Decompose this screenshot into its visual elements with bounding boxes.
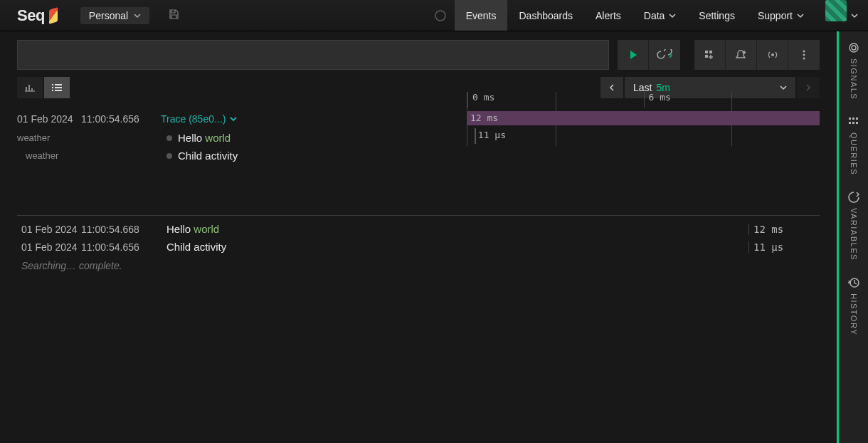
nav-dashboards[interactable]: Dashboards	[507, 0, 584, 31]
rail-signals[interactable]: SIGNALS	[847, 41, 860, 100]
span-message[interactable]: Child activity	[178, 150, 238, 162]
trace-title[interactable]: Trace (85e0...)	[161, 113, 237, 125]
chevron-down-icon	[797, 12, 804, 19]
gantt-tick: 0 ms	[467, 92, 494, 108]
chart-icon	[23, 83, 36, 93]
history-icon	[847, 276, 860, 289]
rail-history-label: HISTORY	[850, 293, 858, 335]
user-avatar[interactable]	[825, 0, 847, 21]
add-to-signal-button[interactable]	[694, 40, 726, 70]
trace-time: 11:00:54.656	[81, 113, 161, 125]
play-icon	[628, 49, 639, 61]
svg-point-4	[771, 53, 774, 56]
nav-settings-label: Settings	[699, 10, 735, 21]
auto-refresh-button[interactable]	[649, 40, 680, 70]
nav-data[interactable]: Data	[633, 0, 688, 31]
svg-rect-3	[705, 55, 708, 58]
event-row[interactable]: 01 Feb 2024 11:00:54.668 Hello world 12 …	[17, 220, 820, 238]
stream-icon	[766, 49, 779, 61]
logo-flag-icon	[49, 7, 58, 24]
span-duration: 12 ms	[470, 113, 498, 123]
save-icon	[168, 9, 179, 20]
chevron-down-icon	[780, 84, 787, 91]
svg-point-7	[803, 57, 805, 59]
svg-rect-19	[852, 118, 854, 120]
span-bar-child[interactable]	[475, 128, 476, 144]
event-time: 11:00:54.656	[81, 241, 166, 253]
rail-queries[interactable]: QUERIES	[847, 115, 860, 175]
svg-rect-1	[705, 51, 708, 53]
more-actions-button[interactable]	[788, 40, 820, 70]
nav-dashboards-label: Dashboards	[519, 10, 573, 21]
span-duration: 11 µs	[478, 130, 506, 140]
event-message: Hello world	[166, 223, 748, 235]
rail-variables[interactable]: VARIABLES	[847, 191, 860, 261]
gantt-tick: 6 ms	[644, 92, 671, 108]
search-status: Searching… complete.	[17, 256, 820, 271]
span-bullet-icon	[166, 135, 172, 141]
rail-signals-label: SIGNALS	[850, 58, 858, 100]
nav-support-label: Support	[758, 10, 793, 21]
nav-alerts[interactable]: Alerts	[584, 0, 633, 31]
chevron-down-icon	[851, 12, 858, 19]
svg-point-0	[435, 11, 445, 21]
event-duration: 12 ms	[748, 224, 820, 235]
save-workspace-button[interactable]	[164, 4, 184, 26]
nav-settings[interactable]: Settings	[687, 0, 746, 31]
next-icon	[805, 84, 812, 91]
trace-panel: 01 Feb 2024 11:00:54.656 Trace (85e0...)…	[17, 110, 837, 165]
rail-variables-label: VARIABLES	[850, 208, 858, 261]
nav-alerts-label: Alerts	[596, 10, 621, 21]
workspace-selector[interactable]: Personal	[80, 7, 149, 24]
event-date: 01 Feb 2024	[17, 224, 81, 235]
trace-title-text: Trace (85e0...)	[161, 113, 226, 125]
trace-gantt: 0 ms 6 ms 12 ms 11 µs	[467, 92, 820, 146]
span-message[interactable]: Hello world	[178, 132, 231, 144]
svg-rect-12	[55, 84, 62, 85]
chevron-down-icon	[134, 12, 141, 19]
chevron-down-icon	[230, 115, 237, 123]
more-icon	[803, 50, 805, 60]
span-bar-root[interactable]	[467, 111, 820, 125]
svg-rect-13	[52, 87, 53, 88]
svg-rect-10	[31, 88, 33, 91]
list-view-button[interactable]	[44, 77, 70, 98]
prev-icon	[608, 84, 615, 91]
top-nav: Seq Personal Events Dashboards Alerts Da…	[0, 0, 868, 31]
chevron-down-icon	[669, 12, 676, 19]
svg-point-6	[803, 53, 805, 56]
event-message: Child activity	[166, 241, 748, 253]
user-menu[interactable]	[851, 0, 868, 31]
svg-rect-21	[849, 122, 851, 124]
add-signal-icon	[704, 49, 716, 61]
app-name: Seq	[17, 6, 45, 25]
svg-rect-14	[55, 87, 62, 88]
stream-button[interactable]	[757, 40, 788, 70]
nav-support[interactable]: Support	[746, 0, 815, 31]
svg-rect-18	[849, 118, 851, 120]
rail-history[interactable]: HISTORY	[847, 276, 860, 335]
event-date: 01 Feb 2024	[17, 241, 81, 253]
search-toolbar	[17, 40, 837, 70]
span-bullet-icon	[166, 153, 172, 159]
nav-events[interactable]: Events	[455, 0, 508, 31]
query-input[interactable]	[17, 40, 609, 70]
svg-rect-15	[52, 90, 53, 91]
chart-view-button[interactable]	[17, 77, 43, 98]
svg-point-5	[803, 50, 805, 52]
trace-date: 01 Feb 2024	[17, 113, 81, 125]
event-row[interactable]: 01 Feb 2024 11:00:54.656 Child activity …	[17, 238, 820, 256]
event-list: 01 Feb 2024 11:00:54.668 Hello world 12 …	[17, 200, 837, 271]
nav-data-label: Data	[644, 10, 665, 21]
theme-toggle[interactable]	[426, 0, 455, 31]
signals-icon	[847, 41, 860, 54]
run-query-button[interactable]	[618, 40, 649, 70]
create-alert-button[interactable]	[726, 40, 757, 70]
app-logo[interactable]: Seq	[17, 6, 58, 25]
tail-icon	[657, 49, 672, 61]
span-service: weather	[17, 150, 166, 161]
event-duration: 11 µs	[748, 241, 820, 253]
workspace-label: Personal	[89, 10, 128, 21]
svg-rect-22	[852, 122, 854, 124]
create-alert-icon	[735, 49, 748, 61]
